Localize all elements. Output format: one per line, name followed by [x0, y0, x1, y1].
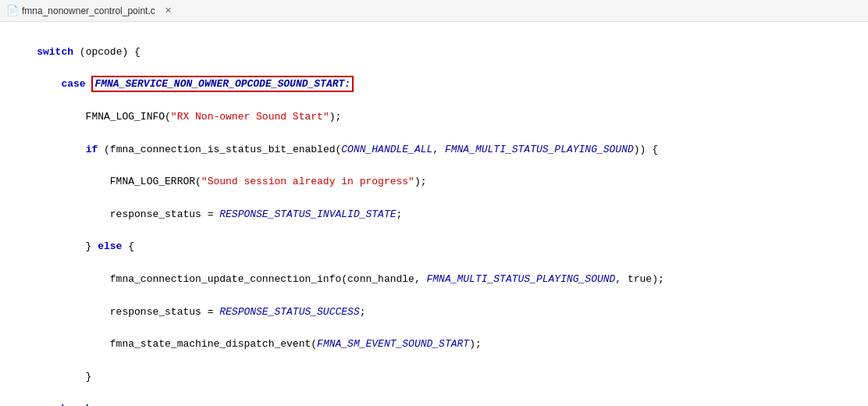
close-tab-button[interactable]: ✕	[165, 5, 172, 16]
line-12: break;	[0, 401, 868, 406]
line-2: case FMNA_SERVICE_NON_OWNER_OPCODE_SOUND…	[0, 77, 868, 93]
line-1: switch (opcode) {	[0, 45, 868, 61]
file-icon: 📄	[6, 5, 19, 17]
code-area: switch (opcode) { case FMNA_SERVICE_NON_…	[0, 22, 868, 406]
line-9: response_status = RESPONSE_STATUS_SUCCES…	[0, 304, 868, 321]
line-7: } else {	[0, 239, 868, 255]
line-6: response_status = RESPONSE_STATUS_INVALI…	[0, 207, 868, 223]
line-4: if (fmna_connection_is_status_bit_enable…	[0, 142, 868, 158]
line-8: fmna_connection_update_connection_info(c…	[0, 272, 868, 288]
line-5: FMNA_LOG_ERROR("Sound session already in…	[0, 174, 868, 191]
filename: fmna_nonowner_control_point.c	[22, 5, 155, 16]
line-10: fmna_state_machine_dispatch_event(FMNA_S…	[0, 337, 868, 353]
line-3: FMNA_LOG_INFO("RX Non-owner Sound Start"…	[0, 109, 868, 126]
line-11: }	[0, 369, 868, 386]
title-bar: 📄 fmna_nonowner_control_point.c ✕	[0, 0, 868, 22]
